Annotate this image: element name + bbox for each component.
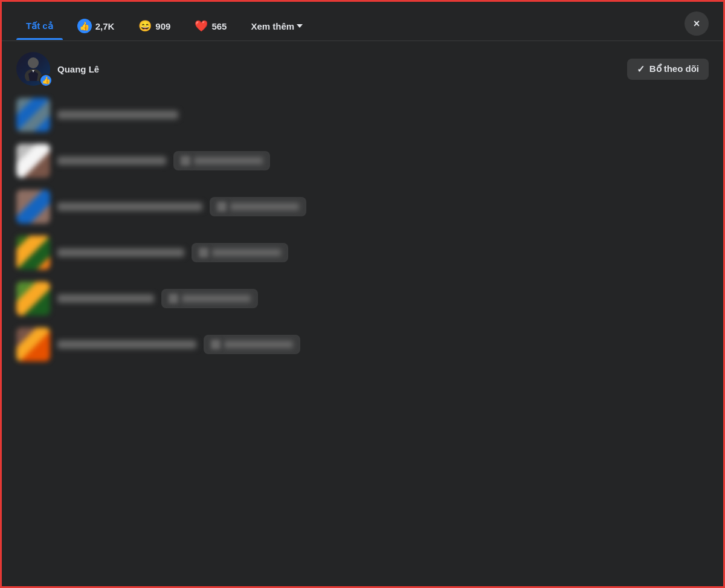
action-icon <box>211 340 221 349</box>
avatar <box>16 98 50 132</box>
avatar-wrap <box>16 282 50 315</box>
user-row-quang: 👍 Quang Lê ✓ Bổ theo dõi <box>2 46 723 92</box>
action-icon <box>199 248 208 257</box>
avatar-wrap <box>16 236 50 270</box>
haha-count: 909 <box>155 21 170 31</box>
tab-all-label: Tất cả <box>26 21 53 31</box>
table-row <box>2 184 723 230</box>
user-name-blurred <box>57 202 202 211</box>
action-button-blurred <box>173 151 270 170</box>
table-row <box>2 276 723 321</box>
avatar-wrap <box>16 328 50 361</box>
tab-more[interactable]: Xem thêm <box>241 14 312 39</box>
action-text <box>194 157 263 164</box>
avatar-wrap <box>16 190 50 224</box>
user-name-blurred <box>57 157 166 165</box>
love-emoji: ❤️ <box>195 19 208 33</box>
table-row <box>2 321 723 367</box>
action-icon <box>217 202 227 212</box>
tab-love[interactable]: ❤️ 565 <box>185 12 236 40</box>
tab-all[interactable]: Tất cả <box>16 13 63 39</box>
table-row <box>2 138 723 184</box>
avatar <box>16 190 50 224</box>
action-button-blurred <box>161 289 258 308</box>
action-text <box>224 341 293 348</box>
tab-haha[interactable]: 😄 909 <box>129 12 180 40</box>
user-name-blurred <box>57 294 154 303</box>
avatar-wrap <box>16 144 50 178</box>
svg-point-0 <box>28 57 39 68</box>
action-icon <box>169 294 178 303</box>
avatar <box>16 144 50 178</box>
user-name-quang: Quang Lê <box>57 64 620 74</box>
close-icon: × <box>694 18 700 30</box>
reaction-badge-quang: 👍 <box>39 74 53 87</box>
user-name-blurred <box>57 340 196 349</box>
action-button-blurred <box>210 197 306 216</box>
action-text <box>182 295 251 302</box>
reaction-emoji-quang: 👍 <box>42 76 51 85</box>
avatar-wrap-quang: 👍 <box>16 52 50 86</box>
chevron-down-icon <box>297 24 303 28</box>
tabs-header: Tất cả 👍 2,7K 😄 909 ❤️ 565 Xem thêm × <box>2 2 723 41</box>
reactions-list: 👍 Quang Lê ✓ Bổ theo dõi <box>2 41 723 586</box>
avatar-wrap <box>16 98 50 132</box>
action-button-blurred <box>204 335 300 354</box>
close-button[interactable]: × <box>685 11 709 36</box>
user-name-blurred <box>57 111 178 119</box>
user-name-blurred <box>57 248 184 257</box>
more-label: Xem thêm <box>251 21 294 31</box>
love-count: 565 <box>211 21 227 31</box>
tab-like[interactable]: 👍 2,7K <box>68 11 124 40</box>
action-button-blurred <box>192 243 288 262</box>
like-emoji: 👍 <box>77 19 92 33</box>
checkmark-icon: ✓ <box>637 63 645 75</box>
avatar <box>16 236 50 270</box>
action-icon <box>181 156 190 166</box>
table-row <box>2 92 723 138</box>
reactions-modal: Tất cả 👍 2,7K 😄 909 ❤️ 565 Xem thêm × <box>0 0 725 588</box>
unfollow-button[interactable]: ✓ Bổ theo dõi <box>627 59 709 80</box>
unfollow-label: Bổ theo dõi <box>649 63 699 74</box>
action-text <box>230 203 299 210</box>
table-row <box>2 230 723 276</box>
like-count: 2,7K <box>95 21 115 31</box>
haha-emoji: 😄 <box>138 19 152 33</box>
avatar <box>16 282 50 315</box>
action-text <box>212 249 281 256</box>
avatar <box>16 328 50 361</box>
